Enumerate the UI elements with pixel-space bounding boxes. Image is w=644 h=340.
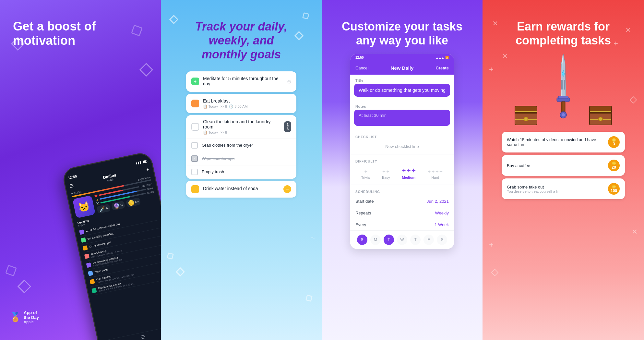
task-title-water: Drink water instead of soda [203,186,280,191]
mana-label: Mana [147,187,153,190]
diff-hard[interactable]: ✦✦✦✦ Hard [427,169,443,179]
shape-5 [18,280,31,293]
subtask-cb-trash[interactable] [191,169,198,175]
diff-medium[interactable]: ✦✦✦ Medium [401,167,416,179]
difficulty-row: ✦ Trivial ✦✦ Easy ✦✦✦ Medium ✦✦✦✦ Hard [350,166,454,183]
headline-line1: Track your daily, [195,19,287,33]
reward-badge-videos: 🪙 3 [608,136,620,148]
title-input[interactable]: Walk or do something that gets you movin… [354,84,450,97]
notes-input[interactable]: At least 30 min [354,110,450,126]
day-thursday[interactable]: T [410,235,421,245]
laurel-icon: 🏅 [10,312,21,322]
reward-badge-takeout: 🪙 100 [608,183,620,195]
day-monday[interactable]: M [370,235,381,245]
repeats-value[interactable]: Weekly [435,211,449,215]
day-saturday[interactable]: S [437,235,447,245]
mana-icon: ✨ [95,198,99,201]
checkbox-meditate[interactable]: + [191,78,199,85]
start-date-row: Start date Jun 2, 2021 [350,196,454,207]
subtask-cb-dryer[interactable] [191,142,198,149]
subtask-text-dryer: Grab clothes from the dryer [202,143,253,148]
menu-icon: ☰ [69,183,74,189]
task-cards: + Meditate for 5 minutes throughout the … [186,71,296,198]
panel-customize: Customize your tasks any way you like 12… [322,0,483,340]
chest-left [515,106,537,125]
subtask-header: Clean the kitchen and the laundry room 📋… [186,115,296,139]
avatar: 🐱 [72,195,95,218]
svg-point-8 [562,113,565,116]
subtask-cb-counters[interactable]: ✓ [191,155,198,162]
task-sub-breakfast: 📋 Today >> 8 🕐 8:00 AM [203,104,291,109]
reward-cards: Watch 15 minutes of videos to unwind and… [502,132,625,199]
pixel-art-area [515,54,612,125]
start-date-value[interactable]: Jun 2, 2021 [427,199,449,204]
checklist-input[interactable]: New checklist line [350,141,454,153]
diff-easy[interactable]: ✦✦ Easy [382,169,390,179]
day-tuesday[interactable]: T [384,235,394,245]
progress-badge: 1 3 [284,121,291,132]
panel-rewards: ✕ ✕ ✕ + + ✕ + Earn rewards for completin… [483,0,644,340]
divider-2 [350,154,454,154]
every-value[interactable]: 1 Week [435,222,449,227]
panel3-headline: Customize your tasks any way you like [342,19,462,47]
checkbox-water[interactable] [191,185,199,193]
minus-button[interactable]: − [283,185,291,193]
reward-sub-takeout: You deserve to treat yourself a lil! [507,189,604,193]
subtask-text-trash: Empty trash [202,169,224,174]
task-info-icon: ⊖ [287,79,291,85]
subtask-row-trash: Empty trash [186,165,296,179]
headline-line2: completing tasks [516,33,611,47]
svg-rect-4 [558,96,568,99]
p2-shape-1 [169,15,178,24]
task-card-breakfast: Eat breakfast 📋 Today >> 8 🕐 8:00 AM [186,94,296,113]
form-section: Title Walk or do something that gets you… [350,75,454,249]
p2-shape-6 [305,295,313,302]
panel2-headline: Track your daily, weekly, and monthly go… [195,19,287,62]
create-button[interactable]: Create [436,66,449,70]
day-friday[interactable]: F [423,235,434,245]
reward-card-takeout: Grab some take out You deserve to treat … [502,178,625,199]
reward-card-coffee: Buy a coffee 🪙 20 [502,155,625,176]
reward-title-takeout: Grab some take out [507,185,604,189]
phone3-status-icons: ▲▲▲ 📶 [435,56,449,59]
task-content-water: Drink water instead of soda [203,186,280,192]
day-sunday[interactable]: S [357,235,367,245]
panel4-headline: Earn rewards for completing tasks [516,19,611,47]
checkbox-breakfast[interactable] [191,100,199,107]
task-content-breakfast: Eat breakfast 📋 Today >> 8 🕐 8:00 AM [203,98,291,109]
headline-line1: Customize your tasks [342,19,462,33]
nav-list-icon[interactable]: ☰ [140,334,146,340]
pixel-sword [547,54,579,125]
divider-3 [350,185,454,185]
phone-form-mockup: 12:50 ▲▲▲ 📶 Cancel New Daily Create Titl… [350,54,454,249]
diff-trivial[interactable]: ✦ Trivial [361,169,371,179]
task-card-water: Drink water instead of soda − [186,181,296,198]
app-of-day-text: App of [24,310,39,315]
headline-line2: motivation [13,34,75,47]
checkbox-kitchen[interactable] [191,123,199,131]
day-wednesday[interactable]: W [397,235,407,245]
every-row: Every 1 Week [350,219,454,231]
headline-line3: monthly goals [195,47,287,61]
p2-shape-3 [294,31,304,40]
headline-line2: weekly, and [195,33,287,47]
p4-x-4: ✕ [632,228,638,236]
days-row: S M T W T F S [350,231,454,249]
p4-x-1: ✕ [492,19,498,28]
phone3-status: 12:50 ▲▲▲ 📶 [350,54,454,61]
start-date-label: Start date [355,199,374,204]
p4-plus-3: + [489,240,494,249]
add-icon[interactable]: + [145,166,149,173]
p4-plus-2: + [489,65,494,74]
panel-motivation: Get a boost of motivation 12:50 ☰ Dail [0,0,161,340]
phone-time: 12:50 [67,174,77,180]
kitchen-title: Clean the kitchen and the laundry room [203,119,280,129]
gp-icon: ⚔️ [96,202,100,205]
task-title-meditate: Meditate for 5 minutes throughout the da… [203,76,283,86]
app-of-day-badge: 🏅 App of the Day Apple [10,310,39,324]
task-card-kitchen: Clean the kitchen and the laundry room 📋… [186,115,296,179]
shape-4 [5,265,17,276]
cancel-button[interactable]: Cancel [355,66,368,70]
p4-x-3: ✕ [502,52,508,60]
every-label: Every [355,222,366,227]
